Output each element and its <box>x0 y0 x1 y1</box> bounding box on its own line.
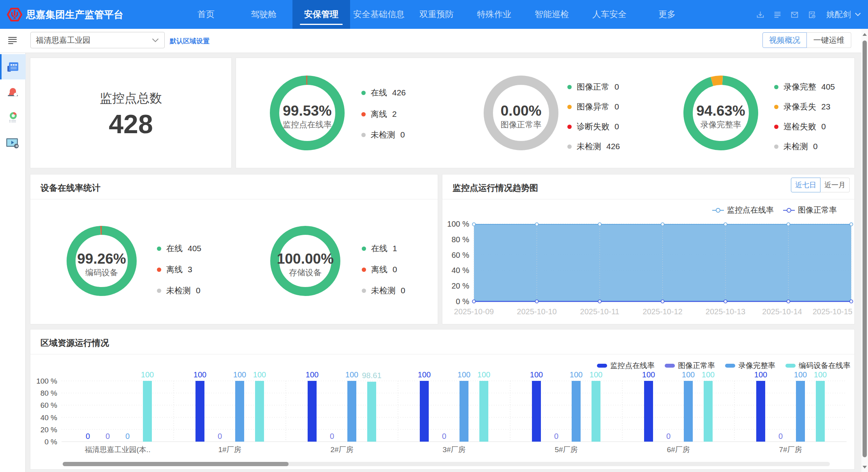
legend-dot-icon <box>774 144 778 149</box>
svg-text:100: 100 <box>682 370 695 379</box>
legend-dot-icon <box>567 85 572 89</box>
svg-text:100: 100 <box>418 370 431 379</box>
svg-text:0 %: 0 % <box>44 438 57 446</box>
legend-dot-icon <box>361 112 366 116</box>
sidebar-item-video-play[interactable] <box>0 130 26 155</box>
legend-item: 未检测0 <box>361 129 405 140</box>
nav-item-2[interactable]: 驾驶舱 <box>235 0 292 29</box>
nav-item-label: 双重预防 <box>419 9 454 20</box>
region-select-value: 福清思嘉工业园 <box>36 35 152 46</box>
user-name[interactable]: 姚配剑 <box>826 9 851 20</box>
alarm-icon <box>7 86 19 98</box>
sidebar-item-video-wall[interactable] <box>0 54 26 79</box>
svg-text:80 %: 80 % <box>40 389 57 397</box>
legend-value: 426 <box>606 142 620 151</box>
device-panel-title: 设备在线率统计 <box>40 182 100 194</box>
svg-text:40 %: 40 % <box>451 266 469 275</box>
gauge-label: 编码设备 <box>67 267 137 278</box>
nav-item-3[interactable]: 安保管理 <box>292 0 350 29</box>
svg-text:100: 100 <box>194 370 206 379</box>
legend-dot-icon <box>567 105 572 109</box>
nav-item-7[interactable]: 智能巡检 <box>523 0 581 29</box>
chevron-down-icon[interactable] <box>855 12 861 16</box>
legend-label: 未检测 <box>577 141 601 152</box>
device-online-panel: 设备在线率统计 99.26%编码设备在线405离线3未检测0100.00%存储设… <box>30 174 438 324</box>
nav-item-4[interactable]: 安全基础信息 <box>350 0 408 29</box>
scroll-up-icon[interactable] <box>862 32 867 37</box>
svg-text:0: 0 <box>86 432 90 440</box>
legend-value: 405 <box>188 244 201 253</box>
svg-text:100: 100 <box>530 370 543 379</box>
list-icon[interactable] <box>773 11 782 19</box>
legend-label: 离线 <box>166 264 183 275</box>
svg-text:0: 0 <box>442 432 446 440</box>
legend-label: 未检测 <box>166 285 191 296</box>
legend-item: 未检测0 <box>774 141 818 152</box>
summary-gauges-card: 99.53%监控点在线率在线426离线2未检测00.00%图像正常率图像正常0图… <box>236 58 855 168</box>
svg-text:1#厂房: 1#厂房 <box>218 446 241 454</box>
legend-item: 诊断失败0 <box>567 121 619 132</box>
legend-value: 2 <box>392 109 397 119</box>
main-nav: 首页驾驶舱安保管理安全基础信息双重预防特殊作业智能巡检人车安全更多 <box>177 0 696 29</box>
svg-text:100: 100 <box>570 370 583 379</box>
collapse-menu-icon[interactable] <box>8 37 17 45</box>
scroll-down-icon[interactable] <box>862 465 867 470</box>
legend-label: 在线 <box>371 243 387 254</box>
legend-value: 0 <box>614 122 619 131</box>
legend-label: 录像丢失 <box>783 101 816 112</box>
horizontal-scrollbar[interactable] <box>63 462 830 466</box>
svg-text:100: 100 <box>794 370 807 379</box>
video-overview-button[interactable]: 视频概况 <box>762 32 807 48</box>
one-key-ops-button[interactable]: 一键运维 <box>807 32 851 48</box>
legend-dot-icon <box>567 125 572 129</box>
nav-item-8[interactable]: 人车安全 <box>581 0 638 29</box>
legend-value: 23 <box>821 102 830 111</box>
legend-value: 426 <box>392 88 406 97</box>
brand: 思嘉集团生产监管平台 <box>7 7 123 23</box>
legend-value: 3 <box>188 265 192 274</box>
sidebar-item-report[interactable] <box>0 105 26 130</box>
sidebar-item-alarm[interactable] <box>0 79 26 105</box>
svg-text:0: 0 <box>106 432 110 440</box>
svg-text:2025-10-13: 2025-10-13 <box>706 307 745 316</box>
svg-text:100: 100 <box>702 370 715 379</box>
total-points-card: 监控点总数 428 <box>30 58 232 168</box>
gauge-value: 94.63% <box>683 103 758 119</box>
mail-icon[interactable] <box>791 11 799 19</box>
horizontal-scrollbar-thumb[interactable] <box>63 462 289 466</box>
legend-label: 图像异常 <box>577 101 609 112</box>
download-icon[interactable] <box>756 11 764 19</box>
legend-label: 图像正常 <box>577 81 609 92</box>
region-select[interactable]: 福清思嘉工业园 <box>30 32 165 48</box>
legend-item: 离线2 <box>361 109 397 120</box>
nav-item-label: 智能巡检 <box>535 9 569 20</box>
nav-item-1[interactable]: 首页 <box>177 0 235 29</box>
donut-gauge: 94.63%录像完整率 <box>683 76 758 150</box>
legend-dot-icon <box>362 289 366 293</box>
nav-item-label: 首页 <box>197 9 215 20</box>
nav-item-9[interactable]: 更多 <box>638 0 696 29</box>
gauge-value: 0.00% <box>484 103 558 119</box>
divider <box>30 199 438 199</box>
legend-value: 0 <box>401 286 405 295</box>
sidebar <box>0 53 26 472</box>
svg-text:2025-10-11: 2025-10-11 <box>580 307 620 316</box>
nav-item-5[interactable]: 双重预防 <box>408 0 465 29</box>
legend-value: 0 <box>614 102 619 111</box>
task-clock-icon[interactable] <box>808 11 816 19</box>
video-play-icon <box>6 137 20 149</box>
vertical-scrollbar[interactable] <box>861 29 868 472</box>
nav-item-label: 驾驶舱 <box>251 9 276 20</box>
nav-item-6[interactable]: 特殊作业 <box>465 0 523 29</box>
svg-text:20 %: 20 % <box>451 282 469 290</box>
svg-text:0: 0 <box>778 432 783 440</box>
region-resources-panel: 区域资源运行情况 监控点在线率图像正常率录像完整率编码设备在线率 0 %20 %… <box>30 329 855 470</box>
legend-dot-icon <box>774 125 778 129</box>
gauge-label: 录像完整率 <box>683 119 758 130</box>
svg-text:100: 100 <box>814 370 827 379</box>
nav-item-label: 更多 <box>658 9 676 20</box>
vertical-scrollbar-thumb[interactable] <box>863 41 867 457</box>
default-region-link[interactable]: 默认区域设置 <box>170 37 210 46</box>
app-header: 思嘉集团生产监管平台 首页驾驶舱安保管理安全基础信息双重预防特殊作业智能巡检人车… <box>0 0 868 29</box>
svg-text:2025-10-15: 2025-10-15 <box>813 307 852 316</box>
